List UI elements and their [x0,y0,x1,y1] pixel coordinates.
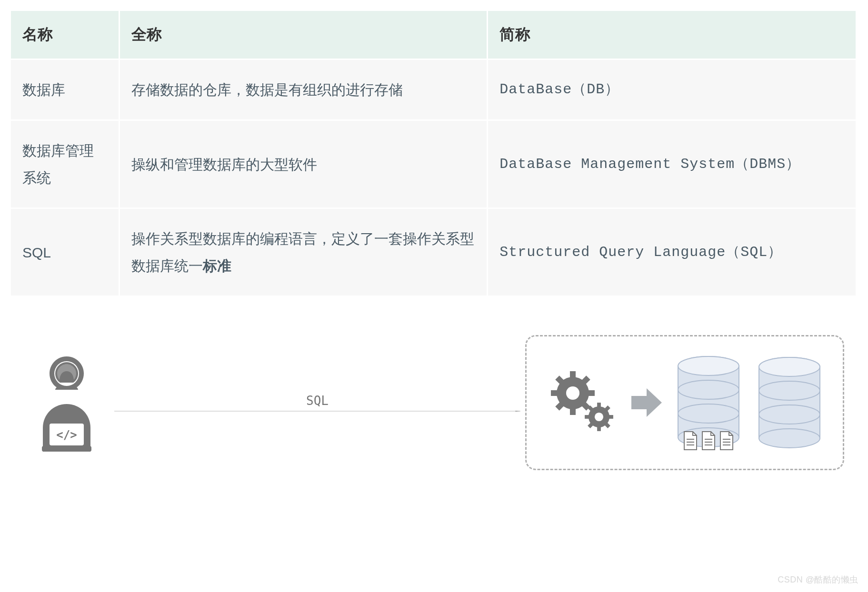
svg-text:</>: </> [56,428,77,442]
documents-icon [682,431,735,451]
cell-abbr: DataBase Management System（DBMS） [488,120,857,208]
svg-point-45 [759,429,820,448]
svg-rect-20 [597,427,601,431]
cell-full-prefix: 操作关系型数据库的编程语言，定义了一套操作关系型数据库统一 [131,231,474,274]
dbms-box [525,335,844,470]
table-row: SQL 操作关系型数据库的编程语言，定义了一套操作关系型数据库统一标准 Stru… [10,208,857,296]
cell-full: 操纵和管理数据库的大型软件 [119,120,487,208]
th-abbr: 简称 [488,10,857,59]
table-row: 数据库管理系统 操纵和管理数据库的大型软件 DataBase Managemen… [10,120,857,208]
cell-name: SQL [10,208,120,296]
cell-abbr: Structured Query Language（SQL） [488,208,857,296]
architecture-diagram: </> SQL [10,335,858,489]
svg-point-48 [759,357,820,376]
svg-point-18 [595,413,603,421]
svg-point-8 [566,386,579,400]
svg-rect-12 [588,390,595,396]
arrow-label: SQL [306,394,329,408]
svg-rect-22 [609,415,613,419]
svg-rect-29 [678,366,739,437]
svg-rect-11 [551,390,558,396]
svg-rect-19 [597,403,601,407]
databases-icon [675,355,823,451]
definition-table: 名称 全称 简称 数据库 存储数据的仓库，数据是有组织的进行存储 DataBas… [10,10,857,297]
svg-rect-9 [570,371,576,378]
svg-rect-21 [585,415,589,419]
cell-full-bold: 标准 [203,258,231,274]
cell-full: 存储数据的仓库，数据是有组织的进行存储 [119,59,487,120]
database-cylinder-icon [756,355,823,451]
svg-rect-44 [759,367,820,438]
svg-rect-10 [570,408,576,415]
svg-rect-3 [42,446,91,452]
svg-point-33 [678,356,739,375]
arrow-right-icon [628,384,666,422]
th-name: 名称 [10,10,120,59]
cell-name: 数据库 [10,59,120,120]
svg-marker-6 [515,411,520,411]
th-full: 全称 [119,10,487,59]
developer-icon: </> [24,352,110,454]
cell-abbr: DataBase（DB） [488,59,857,120]
gears-icon [547,367,618,438]
table-row: 数据库 存储数据的仓库，数据是有组织的进行存储 DataBase（DB） [10,59,857,120]
cell-full: 操作关系型数据库的编程语言，定义了一套操作关系型数据库统一标准 [119,208,487,296]
sql-arrow: SQL [114,384,520,422]
svg-marker-27 [631,388,662,417]
cell-name: 数据库管理系统 [10,120,120,208]
